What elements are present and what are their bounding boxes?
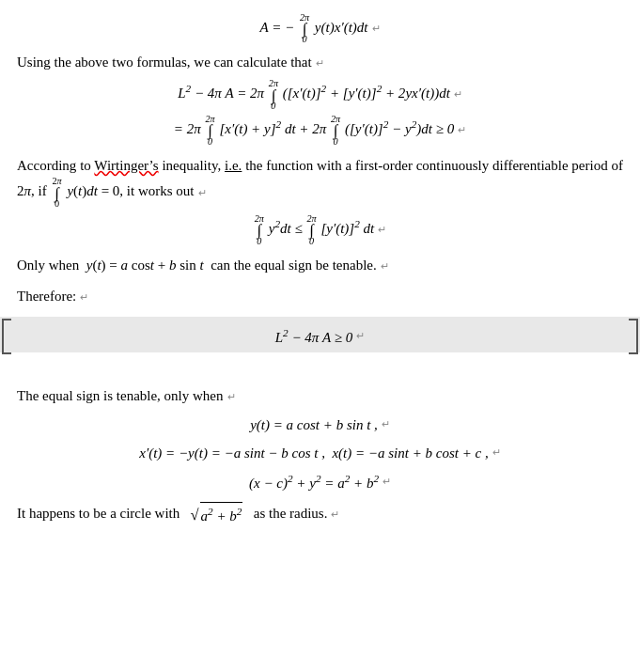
formula-final-result: L2 − 4π A ≥ 0 ↵ <box>17 317 623 356</box>
para-circle-conclusion: It happens to be a circle with √ a2 + b2… <box>17 502 623 528</box>
formula-wirtinger-ineq: 2π ∫ 0 y2dt ≤ 2π ∫ 0 [y′(t)]2 dt ↵ <box>17 214 623 246</box>
para-equal-sign: The equal sign is tenable, only when↵ <box>17 384 623 408</box>
formula-circle: (x − c)2 + y2 = a2 + b2 ↵ <box>17 470 623 494</box>
box-bracket-left <box>2 319 11 354</box>
wirtinger-link[interactable]: Wirtinger’s <box>94 158 158 173</box>
boxed-result-region: L2 − 4π A ≥ 0 ↵ <box>17 317 623 356</box>
document-page: A = − 2π ∫ 0 y(t)x′(t)dt ↵ Using the abo… <box>17 13 623 528</box>
para-therefore: Therefore:↵ <box>17 285 623 308</box>
box-bracket-right <box>629 319 638 354</box>
ie-abbreviation: i.e. <box>225 158 242 173</box>
para-using: Using the above two formulas, we can cal… <box>17 51 623 74</box>
sqrt-expression: √ a2 + b2 <box>191 506 247 521</box>
para-wirtinger: According to Wirtinger’s inequality, i.e… <box>17 154 623 209</box>
spacer <box>17 369 623 379</box>
formula-L2-4piA: L2 − 4π A = 2π 2π ∫ 0 ([x′(t)]2 + [y′(t)… <box>17 79 623 111</box>
formula-expand: = 2π 2π ∫ 0 [x′(t) + y]2 dt + 2π 2π ∫ 0 … <box>17 115 623 147</box>
formula-A: A = − 2π ∫ 0 y(t)x′(t)dt ↵ <box>17 13 623 45</box>
para-only-when: Only when y(t) = a cost + b sin t can th… <box>17 254 623 277</box>
formula-xt-equal: x′(t) = −y(t) = −a sint − b cos t , x(t)… <box>17 442 623 464</box>
formula-yt-equal: y(t) = a cost + b sin t , ↵ <box>17 414 623 436</box>
